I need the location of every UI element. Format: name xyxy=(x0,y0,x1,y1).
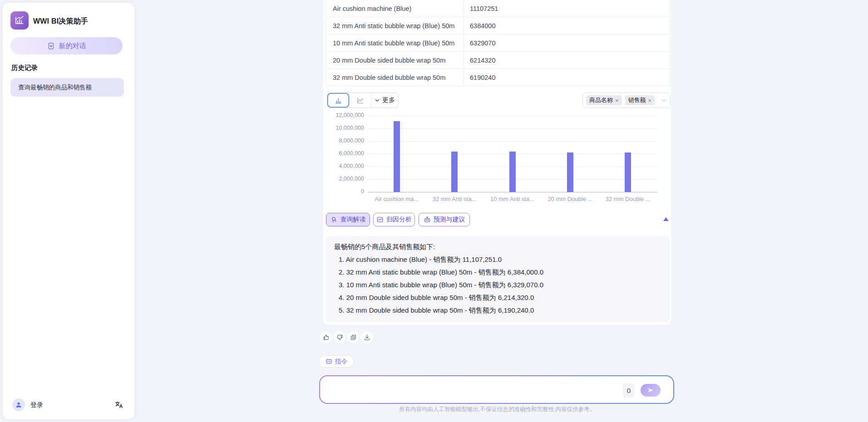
history-item-label: 查询最畅销的商品和销售额 xyxy=(18,83,92,92)
bar-chart-check-icon xyxy=(14,15,25,26)
command-button[interactable]: 指令 xyxy=(319,355,354,368)
answer-item: 2. 32 mm Anti static bubble wrap (Blue) … xyxy=(334,267,662,277)
bar[interactable] xyxy=(567,152,573,192)
copy-icon xyxy=(350,334,357,341)
table-row: 10 mm Anti static bubble wrap (Blue) 50m… xyxy=(326,34,670,52)
login-button[interactable]: 登录 xyxy=(30,401,43,409)
field-tag-label: 商品名称 xyxy=(589,96,613,104)
send-button[interactable] xyxy=(641,384,661,397)
download-button[interactable] xyxy=(361,331,373,343)
product-name-cell: 32 mm Double sided bubble wrap 50m xyxy=(326,69,464,86)
x-axis-line xyxy=(368,192,657,192)
bar[interactable] xyxy=(625,152,631,192)
thumbs-up-button[interactable] xyxy=(320,331,332,343)
char-counter: 0 xyxy=(623,383,635,397)
user-icon xyxy=(15,401,23,409)
bar-chart: 02,000,0004,000,0006,000,0008,000,00010,… xyxy=(326,111,671,204)
close-icon[interactable]: × xyxy=(648,97,652,104)
product-name-cell: 10 mm Anti static bubble wrap (Blue) 50m xyxy=(326,34,464,51)
table-row: 20 mm Double sided bubble wrap 50m 62143… xyxy=(326,52,670,69)
ai-disclaimer: 所有内容均由人工智能模型输出,不保证信息的准确性和完整性,内容仅供参考。 xyxy=(320,406,675,413)
thumbs-up-icon xyxy=(323,334,330,341)
chevron-down-icon xyxy=(375,98,380,103)
answer-item: 5. 32 mm Double sided bubble wrap 50m - … xyxy=(334,305,662,315)
new-chat-button[interactable]: 新的对话 xyxy=(10,37,123,54)
y-axis-tick-label: 10,000,000 xyxy=(326,125,364,131)
bar-chart-type-button[interactable] xyxy=(327,93,349,108)
sales-value-cell: 6329070 xyxy=(464,34,670,51)
chart-type-switcher: 更多 xyxy=(327,93,399,108)
y-axis-tick-label: 8,000,000 xyxy=(326,137,364,144)
field-tag: 销售额 × xyxy=(625,95,655,105)
y-axis-tick-label: 6,000,000 xyxy=(326,150,364,157)
product-name-cell: Air cushion machine (Blue) xyxy=(326,0,464,17)
collapse-arrow-icon[interactable] xyxy=(663,217,669,221)
message-input[interactable] xyxy=(326,381,621,399)
query-interpretation-label: 查询解读 xyxy=(340,216,366,224)
chart-field-tags[interactable]: 商品名称 × 销售额 × xyxy=(582,93,671,108)
table-row: 32 mm Double sided bubble wrap 50m 61902… xyxy=(326,69,670,86)
answer-item: 1. Air cushion machine (Blue) - 销售额为 11,… xyxy=(334,255,662,265)
message-input-container: 0 xyxy=(319,375,674,404)
bar[interactable] xyxy=(509,152,516,192)
code-window-icon xyxy=(326,358,332,365)
sales-value-cell: 6384000 xyxy=(464,17,670,34)
field-tag: 商品名称 × xyxy=(586,95,622,105)
line-chart-type-button[interactable] xyxy=(349,93,371,108)
download-icon xyxy=(364,334,370,341)
sidebar: WWI BI决策助手 新的对话 历史记录 查询最畅销的商品和销售额 登录 xyxy=(3,3,134,419)
history-section-label: 历史记录 xyxy=(11,64,38,72)
result-table: Air cushion machine (Blue) 11107251 32 m… xyxy=(326,0,670,86)
bar-chart-icon xyxy=(335,97,342,104)
chevron-down-icon[interactable] xyxy=(661,98,667,103)
chart-frame-icon xyxy=(376,216,384,223)
command-label: 指令 xyxy=(335,358,348,366)
bar[interactable] xyxy=(451,152,458,192)
sales-value-cell: 6214320 xyxy=(464,52,670,69)
copy-button[interactable] xyxy=(347,331,359,343)
x-axis-tick-label: 10 mm Anti sta... xyxy=(483,196,541,202)
gridline xyxy=(368,128,657,129)
forecast-suggestion-button[interactable]: 预测与建议 xyxy=(419,213,470,226)
attribution-analysis-label: 归因分析 xyxy=(386,216,412,224)
avatar[interactable] xyxy=(12,398,25,411)
x-axis-tick-label: Air cushion ma... xyxy=(368,196,425,202)
send-icon xyxy=(646,387,655,394)
magnifier-icon xyxy=(330,216,338,223)
answer-intro: 最畅销的5个商品及其销售额如下: xyxy=(334,242,662,252)
y-axis-tick-label: 0 xyxy=(326,188,364,195)
thumbs-down-button[interactable] xyxy=(334,331,345,343)
more-label: 更多 xyxy=(382,96,395,104)
bar[interactable] xyxy=(394,121,400,192)
file-plus-icon xyxy=(47,42,55,50)
language-switch-icon[interactable] xyxy=(113,399,125,410)
robot-icon xyxy=(424,216,431,223)
app-title: WWI BI决策助手 xyxy=(33,17,88,26)
forecast-suggestion-label: 预测与建议 xyxy=(434,216,465,224)
thumbs-down-icon xyxy=(336,334,343,341)
field-tag-label: 销售额 xyxy=(628,96,646,104)
app-logo xyxy=(10,11,29,29)
sales-value-cell: 6190240 xyxy=(464,69,670,86)
table-row: 32 mm Anti static bubble wrap (Blue) 50m… xyxy=(326,17,670,34)
y-axis-tick-label: 12,000,000 xyxy=(326,112,364,118)
answer-item: 3. 10 mm Anti static bubble wrap (Blue) … xyxy=(334,280,662,290)
answer-block: 最畅销的5个商品及其销售额如下: 1. Air cushion machine … xyxy=(326,236,670,322)
attribution-analysis-button[interactable]: 归因分析 xyxy=(373,213,415,226)
more-chart-types-button[interactable]: 更多 xyxy=(371,93,398,108)
x-axis-tick-label: 32 mm Double ... xyxy=(599,196,657,202)
line-chart-icon xyxy=(356,97,364,104)
new-chat-label: 新的对话 xyxy=(59,42,86,50)
gridline xyxy=(368,116,657,116)
gridline xyxy=(368,141,657,142)
history-item[interactable]: 查询最畅销的商品和销售额 xyxy=(10,78,124,97)
answer-item: 4. 20 mm Double sided bubble wrap 50m - … xyxy=(334,293,662,303)
y-axis-tick-label: 2,000,000 xyxy=(326,176,364,182)
sales-value-cell: 11107251 xyxy=(464,0,670,17)
close-icon[interactable]: × xyxy=(615,97,619,104)
y-axis-tick-label: 4,000,000 xyxy=(326,163,364,169)
query-interpretation-button[interactable]: 查询解读 xyxy=(326,213,370,226)
table-row: Air cushion machine (Blue) 11107251 xyxy=(326,0,670,17)
x-axis-tick-label: 32 mm Anti sta... xyxy=(425,196,483,202)
product-name-cell: 32 mm Anti static bubble wrap (Blue) 50m xyxy=(326,17,464,34)
